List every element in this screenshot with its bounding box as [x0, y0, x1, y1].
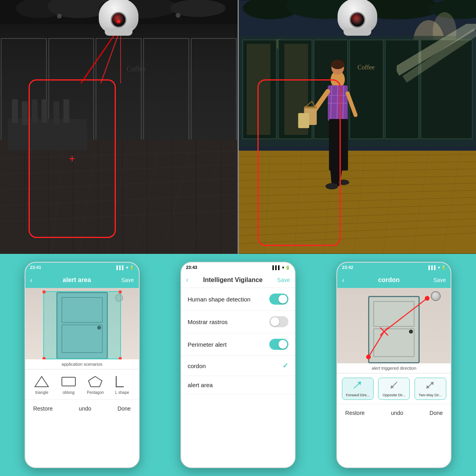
svg-line-97 — [384, 298, 427, 332]
svg-point-38 — [446, 42, 466, 54]
forward-label: Forward Dire... — [346, 393, 370, 397]
svg-marker-93 — [35, 376, 48, 387]
phone1-nav-title: alert area — [33, 276, 121, 284]
svg-point-32 — [242, 0, 298, 19]
twoway-icon — [425, 380, 436, 392]
svg-point-24 — [57, 14, 62, 19]
phone1-undo-button[interactable]: undo — [79, 405, 91, 412]
svg-point-20 — [16, 0, 63, 18]
svg-point-36 — [413, 20, 444, 68]
svg-line-100 — [369, 332, 384, 357]
shape-lshape[interactable]: L shape — [113, 374, 131, 395]
phone2-nav-title: Intelligent Vigilance — [188, 276, 277, 284]
direction-twoway-button[interactable]: Two-Way Dir... — [415, 378, 446, 400]
toggle-human-shape[interactable] — [269, 294, 288, 305]
menu-item-cordon[interactable]: cordon ✓ — [181, 356, 295, 376]
menu-item-perimeter-label: Perimeter alert — [188, 341, 226, 348]
direction-opposite-button[interactable]: Opposite Dir... — [378, 378, 410, 400]
toggle-mostrar[interactable] — [269, 316, 288, 327]
phone3-restore-button[interactable]: Restore — [345, 410, 365, 416]
phone1-statusbar: 23:41 ▌▌▌ ▾ 🔋 — [25, 263, 139, 272]
lshape-icon — [113, 374, 131, 389]
phone3-undo-button[interactable]: undo — [391, 410, 403, 416]
svg-rect-45 — [385, 40, 419, 139]
svg-line-66 — [383, 151, 397, 253]
phone2: 23:43 ▌▌▌ ▾ 🔋 ‹ Intelligent Vigilance Sa… — [180, 262, 296, 468]
triangle-icon — [33, 374, 50, 389]
phone3-direction-buttons: Forward Dire... Opposite Dir... — [337, 373, 451, 404]
svg-line-84 — [347, 93, 355, 115]
twoway-label: Two-Way Dir... — [419, 393, 442, 397]
opposite-icon — [388, 380, 399, 392]
menu-item-alertarea-label: alert area — [188, 382, 213, 388]
phone2-statusbar: 23:43 ▌▌▌ ▾ 🔋 — [181, 263, 295, 272]
bottom-section: 23:41 ▌▌▌ ▾ 🔋 ‹ alert area Save — [0, 254, 476, 476]
svg-line-67 — [413, 151, 428, 253]
shape-pentagon[interactable]: Pentagon — [86, 374, 104, 395]
phone1-selection-overlay — [43, 291, 121, 359]
phone3: 23:42 ▌▌▌ ▾ 🔋 ‹ cordon Save — [336, 262, 451, 468]
menu-item-alertarea[interactable]: alert area — [181, 376, 295, 394]
shape-pentagon-label: Pentagon — [87, 390, 104, 395]
phone1-status-icons: ▌▌▌ ▾ 🔋 — [116, 265, 134, 270]
cordon-checkmark: ✓ — [282, 361, 288, 370]
phone1: 23:41 ▌▌▌ ▾ 🔋 ‹ alert area Save — [25, 262, 140, 468]
direction-forward-button[interactable]: Forward Dire... — [342, 378, 374, 400]
svg-point-71 — [331, 60, 344, 69]
forward-icon — [352, 380, 363, 392]
svg-marker-95 — [88, 376, 102, 387]
phone2-time: 23:43 — [186, 265, 197, 270]
menu-item-perimeter[interactable]: Perimeter alert — [181, 333, 295, 356]
menu-item-mostrar[interactable]: Mostrar rastros — [181, 311, 295, 333]
phone1-caption: application scenarios — [25, 359, 139, 369]
shape-lshape-label: L shape — [115, 390, 129, 395]
phone3-camera-view — [337, 288, 451, 363]
phone3-status-icons: ▌▌▌ ▾ 🔋 — [428, 265, 446, 270]
phone1-restore-button[interactable]: Restore — [33, 405, 53, 412]
phone2-save-button[interactable]: Save — [277, 277, 290, 283]
menu-item-human-shape[interactable]: Human shape detection — [181, 288, 295, 311]
phone2-menu: Human shape detection Mostrar rastros Pe… — [181, 288, 295, 467]
phone3-done-button[interactable]: Done — [430, 410, 443, 416]
phone3-statusbar: 23:42 ▌▌▌ ▾ 🔋 — [337, 263, 451, 272]
menu-item-human-label: Human shape detection — [188, 296, 250, 303]
camera-panel-right: Coffee — [239, 0, 476, 254]
phone3-caption: alert triggered direction — [337, 363, 451, 373]
phone1-camera-view — [25, 288, 139, 359]
phone2-wrapper: 23:43 ▌▌▌ ▾ 🔋 ‹ Intelligent Vigilance Sa… — [180, 262, 296, 468]
phone3-wrapper: 23:42 ▌▌▌ ▾ 🔋 ‹ cordon Save — [336, 262, 451, 468]
shape-triangle[interactable]: triangle — [33, 374, 50, 395]
svg-rect-46 — [420, 40, 472, 139]
svg-text:Coffee: Coffee — [357, 64, 374, 71]
svg-line-65 — [353, 151, 365, 253]
phone3-time: 23:42 — [342, 265, 353, 270]
detection-box-left — [29, 79, 116, 238]
cordon-line-svg — [337, 288, 451, 363]
phone2-navbar: ‹ Intelligent Vigilance Save — [181, 272, 295, 288]
svg-point-23 — [170, 0, 226, 17]
svg-line-104 — [358, 382, 361, 382]
phone1-save-button[interactable]: Save — [121, 277, 134, 283]
camera-device-left — [99, 0, 138, 35]
toggle-perimeter[interactable] — [269, 339, 288, 350]
phone1-time: 23:41 — [30, 265, 41, 270]
shape-oblong[interactable]: oblong — [60, 374, 77, 395]
svg-rect-94 — [62, 377, 75, 386]
camera-device-right — [338, 0, 377, 35]
svg-line-75 — [343, 85, 344, 121]
pentagon-icon — [86, 374, 104, 389]
phone1-done-button[interactable]: Done — [117, 405, 131, 412]
camera-panel-left: Coffee — [0, 0, 238, 254]
phone1-wrapper: 23:41 ▌▌▌ ▾ 🔋 ‹ alert area Save — [25, 262, 140, 468]
detection-box-right — [257, 79, 341, 246]
svg-point-101 — [366, 355, 371, 359]
phone3-nav-title: cordon — [344, 276, 433, 284]
svg-point-35 — [428, 0, 476, 19]
shape-oblong-label: oblong — [63, 390, 75, 395]
svg-point-70 — [331, 60, 344, 75]
svg-rect-44 — [349, 40, 383, 139]
phone3-save-button[interactable]: Save — [433, 277, 446, 283]
menu-item-mostrar-label: Mostrar rastros — [188, 319, 228, 325]
oblong-icon — [60, 374, 77, 389]
svg-point-26 — [176, 13, 180, 18]
